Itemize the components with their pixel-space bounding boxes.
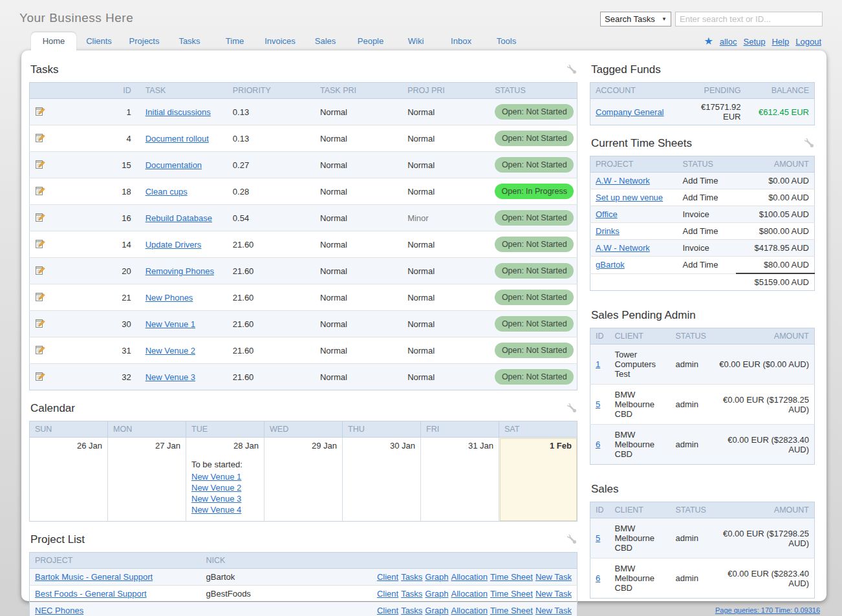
sale-id-link[interactable]: 6 (596, 440, 600, 449)
task-link[interactable]: New Venue 2 (146, 346, 195, 356)
edit-icon[interactable] (35, 318, 45, 328)
project-action-graph[interactable]: Graph (425, 589, 448, 599)
task-link[interactable]: Document rollout (146, 134, 209, 143)
task-edit-cell (30, 125, 53, 152)
edit-icon[interactable] (35, 133, 45, 143)
calendar-day-cell[interactable]: 26 Jan (30, 438, 108, 522)
calendar-event: New Venue 1 (191, 472, 259, 482)
time-sheet-project-link[interactable]: A.W - Network (596, 243, 650, 253)
time-sheet-project-link[interactable]: Set up new venue (596, 193, 663, 202)
project-nick (201, 602, 356, 616)
search-scope-select[interactable]: Search Tasks ▼ (600, 12, 671, 27)
search-input[interactable] (675, 12, 823, 27)
calendar-task-link[interactable]: New Venue 4 (191, 505, 241, 515)
task-link[interactable]: New Venue 3 (146, 372, 195, 382)
time-sheet-project-link[interactable]: gBartok (596, 260, 625, 270)
column-header: THU (343, 421, 421, 438)
project-action-graph[interactable]: Graph (425, 572, 448, 582)
tagged-funds-title: Tagged Funds (591, 63, 815, 76)
time-sheet-project-link[interactable]: Drinks (596, 226, 620, 236)
tab-invoices[interactable]: Invoices (257, 32, 303, 50)
tab-time[interactable]: Time (212, 32, 257, 50)
tab-sales[interactable]: Sales (303, 32, 348, 50)
task-link[interactable]: Update Drivers (146, 240, 202, 250)
tab-wiki[interactable]: Wiki (393, 32, 438, 50)
edit-icon[interactable] (35, 106, 45, 116)
task-link[interactable]: Initial discussions (146, 107, 211, 117)
task-link[interactable]: New Venue 1 (146, 319, 195, 329)
project-link[interactable]: Best Foods - General Support (35, 589, 147, 599)
sale-id-link[interactable]: 6 (596, 573, 600, 583)
project-action-allocation[interactable]: Allocation (451, 589, 488, 599)
project-action-time-sheet[interactable]: Time Sheet (490, 589, 533, 599)
utility-link-logout[interactable]: Logout (795, 37, 821, 47)
task-link[interactable]: Clean cups (146, 187, 188, 196)
project-action-time-sheet[interactable]: Time Sheet (490, 606, 533, 615)
project-action-graph[interactable]: Graph (425, 606, 448, 615)
project-action-new-task[interactable]: New Task (535, 589, 572, 599)
sales-table: IDCLIENTSTATUSAMOUNT 5BMW Melbourne CBDa… (590, 502, 815, 599)
project-action-tasks[interactable]: Tasks (401, 572, 422, 582)
sale-id-link[interactable]: 5 (596, 533, 600, 543)
edit-icon[interactable] (35, 212, 45, 222)
calendar-task-link[interactable]: New Venue 1 (191, 472, 241, 482)
edit-icon[interactable] (35, 265, 45, 275)
calendar-day-cell[interactable]: 28 JanTo be started:New Venue 1New Venue… (186, 438, 264, 522)
calendar-day-cell[interactable]: 29 Jan (264, 438, 343, 522)
task-link[interactable]: Rebuild Database (146, 213, 212, 223)
project-action-new-task[interactable]: New Task (535, 572, 572, 582)
edit-icon[interactable] (35, 371, 45, 381)
project-action-client[interactable]: Client (377, 606, 398, 615)
task-link[interactable]: New Phones (146, 293, 193, 303)
time-sheet-project-link[interactable]: Office (596, 209, 618, 219)
calendar-day-cell[interactable]: 31 Jan (421, 438, 499, 522)
calendar-day-cell[interactable]: 1 Feb (499, 438, 578, 522)
utility-link-setup[interactable]: Setup (744, 37, 766, 47)
project-link[interactable]: Bartok Music - General Support (35, 572, 153, 582)
sale-id-link[interactable]: 5 (596, 399, 600, 409)
edit-icon[interactable] (35, 345, 45, 355)
tab-people[interactable]: People (348, 32, 393, 50)
project-action-time-sheet[interactable]: Time Sheet (490, 572, 533, 582)
app-title: Your Business Here (19, 11, 133, 25)
project-action-client[interactable]: Client (377, 589, 398, 599)
tab-tasks[interactable]: Tasks (167, 32, 212, 50)
tab-projects[interactable]: Projects (122, 32, 167, 50)
tab-clients[interactable]: Clients (76, 32, 122, 50)
time-sheet-project-cell: Drinks (590, 223, 678, 240)
calendar-day-cell[interactable]: 27 Jan (108, 438, 186, 522)
wrench-icon[interactable] (567, 535, 576, 544)
tab-tools[interactable]: Tools (484, 32, 529, 50)
task-edit-cell (30, 178, 53, 205)
column-header: BALANCE (746, 83, 815, 99)
task-link[interactable]: Removing Phones (146, 266, 214, 276)
fund-account-link[interactable]: Company General (596, 107, 664, 117)
sale-row: 1Tower Computers Testadmin€0.00 EUR ($0.… (590, 345, 815, 385)
wrench-icon[interactable] (567, 403, 576, 412)
wrench-icon[interactable] (567, 65, 576, 74)
calendar-day-cell[interactable]: 30 Jan (343, 438, 421, 522)
tab-home[interactable]: Home (31, 32, 76, 50)
project-action-allocation[interactable]: Allocation (451, 606, 488, 615)
edit-icon[interactable] (35, 159, 45, 169)
edit-icon[interactable] (35, 292, 45, 302)
project-name-cell: NEC Phones (30, 602, 201, 616)
time-sheet-project-link[interactable]: A.W - Network (596, 176, 650, 186)
calendar-task-link[interactable]: New Venue 2 (191, 483, 241, 493)
utility-link-help[interactable]: Help (772, 37, 789, 47)
sale-id-link[interactable]: 1 (596, 359, 600, 369)
project-action-tasks[interactable]: Tasks (401, 606, 422, 615)
calendar-task-link[interactable]: New Venue 3 (191, 494, 241, 504)
star-icon[interactable]: ★ (704, 36, 713, 47)
task-link[interactable]: Documentation (146, 160, 202, 170)
project-link[interactable]: NEC Phones (35, 606, 83, 615)
project-action-tasks[interactable]: Tasks (401, 589, 422, 599)
utility-link-alloc[interactable]: alloc (720, 37, 737, 47)
tab-inbox[interactable]: Inbox (438, 32, 484, 50)
wrench-icon[interactable] (804, 138, 814, 147)
project-action-new-task[interactable]: New Task (535, 606, 572, 615)
edit-icon[interactable] (35, 239, 45, 249)
edit-icon[interactable] (35, 186, 45, 196)
project-action-allocation[interactable]: Allocation (451, 572, 488, 582)
project-action-client[interactable]: Client (377, 572, 398, 582)
